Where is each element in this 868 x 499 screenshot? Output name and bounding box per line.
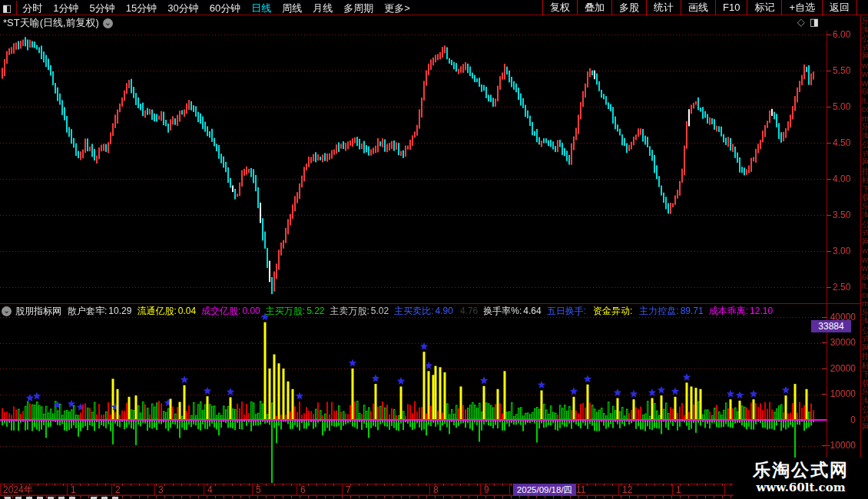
stock-title: *ST天喻(日线,前复权) <box>3 16 99 30</box>
price-tick-label: 5.00 <box>833 102 850 111</box>
period-menu-item-周线[interactable]: 周线 <box>277 1 307 15</box>
period-menu-item-月线[interactable]: 月线 <box>307 1 338 15</box>
indicator-tick-label: 20000 <box>813 364 856 373</box>
toolbar-button-返回[interactable]: 返回 <box>822 0 857 15</box>
month-label: 1 <box>676 484 681 495</box>
title-bar: *ST天喻(日线,前复权) ⌄ <box>3 16 113 30</box>
price-tick-label: 4.00 <box>833 174 850 183</box>
toolbar-button-多股[interactable]: 多股 <box>611 0 646 15</box>
price-tick-label: 3.00 <box>833 246 850 256</box>
panel-toggle-icon[interactable]: ◧ <box>2 1 17 15</box>
crosshair-value-badge: 33884 <box>811 320 851 332</box>
price-tick-label: 4.50 <box>833 138 850 147</box>
month-label: 5 <box>256 484 261 495</box>
watermark-url: www.60lt.com <box>734 481 868 494</box>
indicator-field: 主力控盘:89.71 <box>639 306 703 316</box>
collapse-indicator-icon[interactable]: ⌄ <box>2 306 12 316</box>
period-menu-item-5分钟[interactable]: 5分钟 <box>84 1 121 15</box>
toolbar-button-统计[interactable]: 统计 <box>646 0 681 15</box>
title-corner-icons: ◇◨ <box>797 16 823 28</box>
indicator-header: ⌄ 股朋指标网 散户套牢:10.29流通亿股:0.04成交亿股:0.00主买万股… <box>2 305 860 317</box>
month-label: 2024年 <box>3 484 33 495</box>
indicator-tick-label: -10000 <box>813 441 856 450</box>
month-label: 1 <box>71 484 76 495</box>
indicator-field: 4.76 <box>459 306 478 316</box>
month-label: 8 <box>433 484 439 495</box>
month-label: 4 <box>207 484 213 495</box>
period-menu-bar: ◧ 分时1分钟5分钟15分钟30分钟60分钟日线周线月线多周期更多> 复权叠加多… <box>0 0 868 15</box>
indicator-field: 成交亿股:0.00 <box>201 306 260 316</box>
month-label: 2 <box>115 484 121 495</box>
period-menu-item-1分钟[interactable]: 1分钟 <box>48 1 84 15</box>
indicator-tick-label: 30000 <box>813 338 856 347</box>
crosshair-date-badge: 2025/09/18/四 <box>513 484 576 496</box>
chevron-down-icon[interactable]: ⌄ <box>103 18 113 28</box>
price-tick-label: 2.50 <box>833 283 850 292</box>
indicator-source-label: 股朋指标网 <box>15 305 61 317</box>
period-menu-item-15分钟[interactable]: 15分钟 <box>121 1 162 15</box>
month-label: 7 <box>346 484 351 495</box>
indicator-tick-label: 10000 <box>813 389 856 398</box>
period-menu-item-30分钟[interactable]: 30分钟 <box>162 1 204 15</box>
indicator-field: 主买卖比:4.90 <box>394 306 453 316</box>
period-menu-item-多周期[interactable]: 多周期 <box>338 1 379 15</box>
price-tick-label: 3.50 <box>833 210 850 220</box>
right-edge-clipped-text: 乐淘公式网www.60lt.com乐淘公式网指标下载乐淘公式网www.60lt.… <box>862 17 868 497</box>
indicator-tick-label: 0 <box>813 415 856 425</box>
period-menu-item-日线[interactable]: 日线 <box>246 1 277 15</box>
period-menu-item-60分钟[interactable]: 60分钟 <box>204 1 246 15</box>
indicator-field: 主买万股:5.22 <box>266 306 325 316</box>
indicator-fields: 散户套牢:10.29流通亿股:0.04成交亿股:0.00主买万股:5.22主卖万… <box>68 305 778 317</box>
watermark: 乐淘公式网 www.60lt.com <box>734 458 868 499</box>
period-menu-item-更多>[interactable]: 更多> <box>379 1 416 15</box>
split-screen-icon[interactable]: ◨ <box>810 16 823 28</box>
price-tick-label: 5.50 <box>833 66 850 75</box>
indicator-field: 五日换手: <box>547 306 588 316</box>
chart-canvas[interactable] <box>0 0 868 499</box>
diamond-icon[interactable]: ◇ <box>797 16 810 28</box>
month-label: 12 <box>622 484 632 495</box>
toolbar-button-标记[interactable]: 标记 <box>747 0 781 15</box>
indicator-field: 散户套牢:10.29 <box>68 306 131 316</box>
period-menu: 分时1分钟5分钟15分钟30分钟60分钟日线周线月线多周期更多> <box>17 1 415 15</box>
period-menu-item-分时[interactable]: 分时 <box>17 1 48 15</box>
toolbar-button-F10[interactable]: F10 <box>715 0 747 15</box>
toolbar-menu: 复权叠加多股统计画线F10标记+自选返回 <box>542 0 857 15</box>
indicator-field: 成本乖离:12.10 <box>709 306 773 316</box>
month-label: 9 <box>484 484 489 495</box>
indicator-field: 流通亿股:0.04 <box>137 306 196 316</box>
watermark-site-name: 乐淘公式网 <box>734 459 868 481</box>
toolbar-button-复权[interactable]: 复权 <box>542 0 577 15</box>
month-label: 6 <box>300 484 306 495</box>
toolbar-button-叠加[interactable]: 叠加 <box>577 0 611 15</box>
month-label: 11 <box>576 484 585 495</box>
toolbar-button-+自选[interactable]: +自选 <box>781 0 822 15</box>
indicator-field: 资金异动: <box>593 306 634 316</box>
toolbar-button-画线[interactable]: 画线 <box>681 0 715 15</box>
price-tick-label: 6.00 <box>833 30 850 39</box>
indicator-field: 主卖万股:5.02 <box>330 306 389 316</box>
month-label: 3 <box>158 484 164 495</box>
indicator-field: 换手率%:4.64 <box>483 306 541 316</box>
stock-app-window: ◧ 分时1分钟5分钟15分钟30分钟60分钟日线周线月线多周期更多> 复权叠加多… <box>0 0 868 499</box>
